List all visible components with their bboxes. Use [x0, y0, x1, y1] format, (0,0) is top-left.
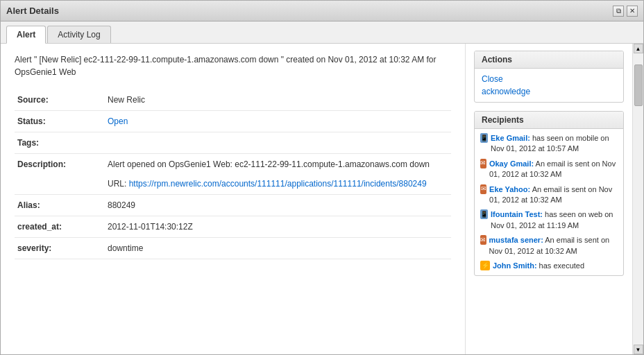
- email-icon: ✉: [480, 159, 486, 168]
- close-dialog-button[interactable]: ✕: [627, 6, 638, 17]
- created-at-label: created_at:: [15, 216, 105, 238]
- scrollbar-thumb[interactable]: [634, 64, 643, 106]
- table-row: created_at: 2012-11-01T14:30:12Z: [15, 216, 451, 238]
- actions-header: Actions: [475, 51, 623, 69]
- status-badge: Open: [108, 116, 128, 126]
- list-item: ⚡ John Smith: has executed: [480, 261, 618, 271]
- alert-summary: Alert " [New Relic] ec2-111-22-99-11.com…: [15, 53, 451, 78]
- table-row: Status: Open: [15, 111, 451, 132]
- severity-label: severity:: [15, 238, 105, 259]
- dialog-controls: ⧉ ✕: [613, 6, 638, 17]
- list-item: ✉ Okay Gmail: An email is sent on Nov 01…: [480, 159, 618, 180]
- tab-alert[interactable]: Alert: [6, 26, 46, 44]
- execute-icon: ⚡: [480, 261, 490, 270]
- alias-label: Alias:: [15, 195, 105, 216]
- recipient-name: John Smith:: [493, 261, 537, 270]
- dialog-body: Alert " [New Relic] ec2-111-22-99-11.com…: [1, 44, 643, 354]
- tab-activity-log[interactable]: Activity Log: [47, 26, 110, 43]
- table-row: severity: downtime: [15, 238, 451, 259]
- description-value: Alert opened on OpsGenie1 Web: ec2-111-2…: [105, 154, 451, 195]
- recipient-name: Ifountain Test:: [491, 210, 543, 218]
- alert-details-dialog: Alert Details ⧉ ✕ Alert Activity Log Ale…: [0, 0, 644, 355]
- recipients-body: 📱 Eke Gmail: has seen on mobile on Nov 0…: [475, 129, 623, 275]
- tags-label: Tags:: [15, 132, 105, 154]
- recipient-name: mustafa sener:: [489, 236, 543, 244]
- recipient-name: Eke Yahoo:: [489, 185, 530, 193]
- source-value: New Relic: [105, 89, 451, 111]
- restore-button[interactable]: ⧉: [613, 6, 624, 17]
- sidebar: Actions Close acknowledge Recipients 📱 E…: [466, 44, 632, 354]
- table-row: Alias: 880249: [15, 195, 451, 216]
- scroll-up-button[interactable]: ▲: [634, 44, 643, 53]
- email-icon: ✉: [480, 235, 486, 245]
- actions-box: Actions Close acknowledge: [474, 51, 624, 103]
- table-row: Description: Alert opened on OpsGenie1 W…: [15, 154, 451, 195]
- acknowledge-button[interactable]: acknowledge: [482, 87, 616, 96]
- dialog-header: Alert Details ⧉ ✕: [1, 1, 643, 21]
- actions-body: Close acknowledge: [475, 69, 623, 102]
- source-label: Source:: [15, 89, 105, 111]
- mobile-icon: 📱: [480, 133, 488, 143]
- recipient-name: Eke Gmail:: [491, 134, 530, 142]
- detail-table: Source: New Relic Status: Open Tags:: [15, 89, 451, 259]
- description-label: Description:: [15, 154, 105, 195]
- close-alert-button[interactable]: Close: [482, 74, 616, 84]
- list-item: 📱 Ifountain Test: has seen on web on Nov…: [480, 209, 618, 231]
- email-icon: ✉: [480, 184, 486, 194]
- tab-bar: Alert Activity Log: [1, 21, 643, 44]
- recipients-header: Recipients: [475, 112, 623, 129]
- mobile-icon: 📱: [480, 209, 488, 219]
- tags-value: [105, 132, 451, 154]
- recipient-name: Okay Gmail:: [489, 159, 534, 168]
- dialog-title: Alert Details: [6, 6, 59, 16]
- scrollbar[interactable]: ▲ ▼: [632, 44, 643, 354]
- list-item: ✉ mustafa sener: An email is sent on Nov…: [480, 235, 618, 257]
- main-content: Alert " [New Relic] ec2-111-22-99-11.com…: [1, 44, 466, 354]
- scroll-down-button[interactable]: ▼: [634, 345, 643, 354]
- status-value: Open: [105, 111, 451, 132]
- recipients-box: Recipients 📱 Eke Gmail: has seen on mobi…: [474, 111, 624, 276]
- list-item: 📱 Eke Gmail: has seen on mobile on Nov 0…: [480, 133, 618, 155]
- severity-value: downtime: [105, 238, 451, 259]
- table-row: Source: New Relic: [15, 89, 451, 111]
- status-label: Status:: [15, 111, 105, 132]
- created-at-value: 2012-11-01T14:30:12Z: [105, 216, 451, 238]
- description-url[interactable]: https://rpm.newrelic.com/accounts/111111…: [129, 179, 427, 189]
- table-row: Tags:: [15, 132, 451, 154]
- list-item: ✉ Eke Yahoo: An email is sent on Nov 01,…: [480, 184, 618, 206]
- alias-value: 880249: [105, 195, 451, 216]
